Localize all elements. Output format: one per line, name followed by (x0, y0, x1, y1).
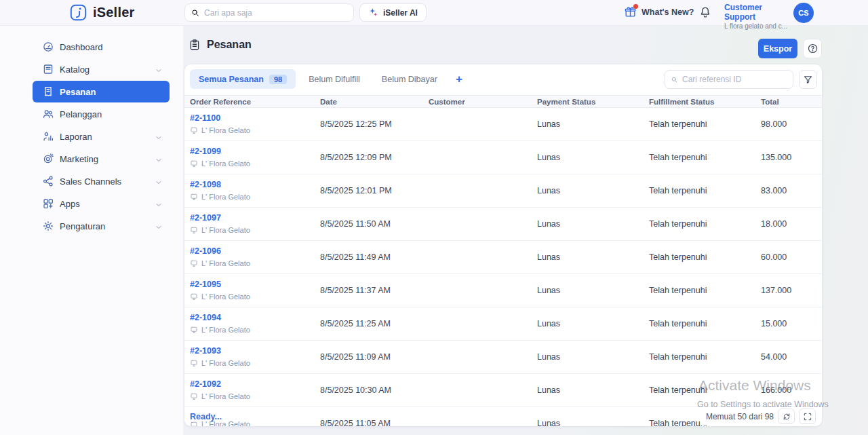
sidebar-item-sales-channels[interactable]: Sales Channels (33, 170, 170, 192)
table-row[interactable]: #2-1094 L' Flora Gelato 8/5/2025 11:25 A… (184, 307, 822, 341)
table-row[interactable]: #2-1095 L' Flora Gelato 8/5/2025 11:37 A… (184, 274, 822, 307)
filter-button[interactable] (799, 70, 817, 89)
sidebar-item-label: Pengaturan (60, 221, 105, 231)
column-header[interactable]: Order Reference (190, 98, 320, 106)
order-total: 166.000 (761, 385, 822, 395)
add-tab-button[interactable]: + (450, 71, 468, 88)
column-header[interactable]: Customer (429, 98, 537, 106)
sidebar: Dashboard Katalog Pesanan Pelanggan Lapo… (0, 26, 183, 435)
sidebar-item-dashboard[interactable]: Dashboard (33, 36, 170, 58)
export-button[interactable]: Ekspor (758, 39, 797, 58)
store-name: L' Flora Gelato (201, 325, 250, 335)
load-status: Memuat 50 dari 98 (701, 407, 817, 425)
order-link[interactable]: #2-1092 (190, 379, 221, 389)
order-link[interactable]: #2-1093 (190, 346, 221, 356)
chevron-down-icon (155, 65, 163, 73)
customer-support-subtitle: L flora gelato and c... (724, 22, 789, 31)
store-icon (190, 126, 198, 134)
store-name: L' Flora Gelato (201, 159, 250, 169)
sidebar-item-katalog[interactable]: Katalog (33, 58, 170, 80)
iseller-ai-button[interactable]: iSeller AI (359, 3, 427, 22)
whats-new-button[interactable]: What's New? (624, 5, 694, 18)
settings-icon (42, 220, 54, 232)
table-row[interactable]: #2-1097 L' Flora Gelato 8/5/2025 11:50 A… (184, 208, 822, 241)
tab-label: Semua Pesanan (199, 75, 264, 84)
tabs-row: Semua Pesanan 98 Belum Difulfill Belum D… (184, 64, 822, 94)
tab-belum-dibayar[interactable]: Belum Dibayar (373, 69, 446, 89)
table-row[interactable]: #2-1099 L' Flora Gelato 8/5/2025 12:09 P… (184, 141, 822, 174)
order-link[interactable]: #2-1096 (190, 246, 221, 256)
table-row[interactable]: #2-1100 L' Flora Gelato 8/5/2025 12:25 P… (184, 108, 822, 141)
column-header[interactable]: Date (320, 98, 429, 106)
order-total: 18.000 (761, 219, 822, 229)
tab-semua-pesanan[interactable]: Semua Pesanan 98 (190, 69, 296, 89)
sidebar-item-pesanan[interactable]: Pesanan (33, 81, 170, 102)
fulfillment-status: Telah terpenuhi (649, 186, 761, 195)
sidebar-item-marketing[interactable]: Marketing (33, 148, 170, 170)
order-total: 137.000 (761, 286, 822, 295)
load-status-text: Memuat 50 dari 98 (706, 412, 774, 421)
table-header: Order Reference Date Customer Payment St… (184, 95, 822, 108)
payment-status: Lunas (537, 286, 649, 295)
fullscreen-button[interactable] (799, 409, 816, 424)
store-name: L' Flora Gelato (201, 192, 250, 202)
brand[interactable]: iSeller (69, 3, 134, 22)
table-row[interactable]: #2-1096 L' Flora Gelato 8/5/2025 11:49 A… (184, 241, 822, 274)
table-row[interactable]: #2-1093 L' Flora Gelato 8/5/2025 11:09 A… (184, 341, 822, 374)
global-search[interactable] (184, 3, 354, 22)
order-link[interactable]: #2-1100 (190, 113, 220, 123)
tab-belum-difulfill[interactable]: Belum Difulfill (300, 69, 369, 89)
page-header: Pesanan (189, 39, 252, 51)
payment-status: Lunas (537, 419, 649, 426)
avatar[interactable]: CS (793, 3, 814, 23)
global-search-input[interactable] (204, 8, 348, 18)
table-row[interactable]: #2-1098 L' Flora Gelato 8/5/2025 12:01 P… (184, 174, 822, 208)
order-link[interactable]: #2-1098 (190, 180, 221, 189)
top-bar: iSeller iSeller AI What's New? Customer … (0, 0, 868, 26)
sidebar-item-label: Pelanggan (60, 109, 102, 119)
sidebar-item-label: Laporan (60, 132, 92, 142)
payment-status: Lunas (537, 153, 649, 162)
dashboard-icon (42, 41, 54, 53)
order-link[interactable]: #2-1099 (190, 147, 221, 156)
customer-support[interactable]: Customer Support L flora gelato and c... (724, 3, 789, 31)
store-icon (190, 392, 198, 400)
refresh-button[interactable] (778, 409, 795, 424)
order-search[interactable] (665, 70, 793, 89)
column-header[interactable]: Fulfillment Status (649, 98, 761, 106)
order-total: 54.000 (761, 352, 822, 362)
sidebar-item-label: Apps (60, 199, 80, 209)
marketing-icon (42, 153, 54, 165)
help-button[interactable] (803, 39, 822, 58)
order-date: 8/5/2025 11:49 AM (320, 252, 429, 262)
iseller-logo-icon (69, 3, 87, 22)
fulfillment-status: Telah terpenuhi (649, 286, 761, 295)
order-total: 15.000 (761, 319, 822, 328)
chevron-down-icon (155, 177, 163, 185)
order-link[interactable]: #2-1094 (190, 313, 221, 322)
sidebar-item-pengaturan[interactable]: Pengaturan (33, 215, 170, 237)
payment-status: Lunas (537, 219, 649, 229)
order-link[interactable]: #2-1097 (190, 213, 221, 223)
sidebar-item-pelanggan[interactable]: Pelanggan (33, 103, 170, 125)
order-link[interactable]: #2-1095 (190, 280, 221, 289)
order-total: 83.000 (761, 186, 822, 195)
tab-label: Belum Dibayar (382, 75, 437, 84)
column-header[interactable]: Payment Status (537, 98, 649, 106)
fulfillment-status: Telah terpenuhi (649, 219, 761, 229)
page-title: Pesanan (207, 39, 252, 51)
bell-icon[interactable] (698, 5, 712, 19)
column-header[interactable]: Total (761, 98, 822, 106)
gift-icon (624, 5, 637, 18)
store-name: L' Flora Gelato (201, 358, 250, 368)
sidebar-item-laporan[interactable]: Laporan (33, 126, 170, 147)
store-icon (190, 159, 198, 168)
store-icon (190, 326, 198, 334)
table-row[interactable]: #2-1092 L' Flora Gelato 8/5/2025 10:30 A… (184, 374, 822, 407)
table-body: #2-1100 L' Flora Gelato 8/5/2025 12:25 P… (184, 108, 822, 426)
order-search-input[interactable] (682, 75, 787, 84)
sidebar-item-label: Sales Channels (60, 176, 121, 187)
customers-icon (42, 108, 54, 120)
search-icon (191, 8, 200, 18)
sidebar-item-apps[interactable]: Apps (33, 193, 170, 214)
